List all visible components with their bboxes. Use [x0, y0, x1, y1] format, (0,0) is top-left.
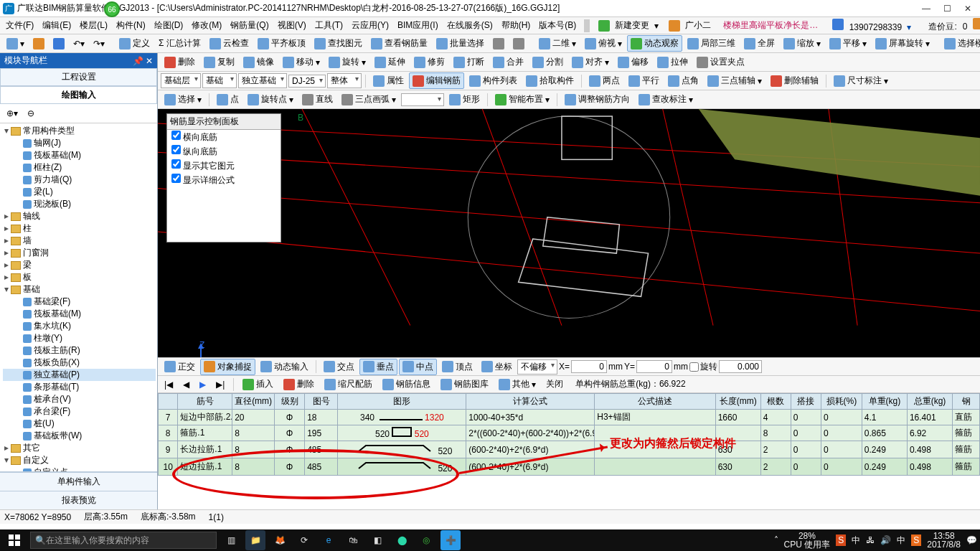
- new-change-button[interactable]: 新建变更▾: [595, 16, 662, 35]
- view-rebar-qty-button[interactable]: 查看钢筋量: [367, 35, 431, 52]
- adjust-rebar-dir-button[interactable]: 调整钢筋方向: [561, 91, 633, 108]
- tray-cpu[interactable]: 28%CPU 使用率: [784, 532, 831, 549]
- tab-project-settings[interactable]: 工程设置: [0, 68, 157, 86]
- point-angle-button[interactable]: 点角: [664, 72, 702, 89]
- collapse-icon[interactable]: ⊖: [24, 106, 38, 121]
- chk-show-formula[interactable]: 显示详细公式: [167, 173, 281, 187]
- fullscreen-button[interactable]: 全屏: [740, 35, 778, 52]
- pin-icon[interactable]: 📌 ✕: [133, 56, 153, 66]
- flush-top-button[interactable]: 平齐板顶: [254, 35, 309, 52]
- object-snap-toggle[interactable]: 对象捕捉: [200, 359, 255, 375]
- split-button[interactable]: 分割: [529, 54, 567, 70]
- menu-floor[interactable]: 楼层(L): [77, 18, 110, 33]
- menu-bim[interactable]: BIM应用(I): [395, 18, 441, 33]
- screen-rotate-button[interactable]: 屏幕旋转▾: [872, 35, 933, 52]
- offset-button[interactable]: 偏移: [614, 54, 652, 70]
- style-combo[interactable]: [401, 93, 444, 106]
- undo-icon[interactable]: ↶▾: [70, 37, 88, 51]
- redo-icon[interactable]: ↷▾: [90, 37, 108, 51]
- tab-single-input[interactable]: 单构件输入: [0, 472, 157, 491]
- dynamic-input-toggle[interactable]: 动态输入: [257, 359, 312, 375]
- user-button[interactable]: 广小二: [665, 16, 717, 35]
- define-button[interactable]: 定义: [116, 35, 154, 52]
- snap-coord[interactable]: 坐标: [478, 359, 516, 375]
- mirror-button[interactable]: 镜像: [240, 54, 278, 70]
- menu-draw[interactable]: 绘图(D): [151, 18, 187, 33]
- y-input[interactable]: [636, 360, 672, 373]
- type-combo[interactable]: 独立基础: [238, 73, 287, 88]
- floor-combo[interactable]: 基础层: [161, 73, 201, 88]
- windows-taskbar[interactable]: 🔍 在这里输入你要搜索的内容 ▥ 📁 🦊 ⟳ e 🛍 ◧ ⬤ ◎ ➕ ˄ 28%…: [0, 529, 980, 551]
- extra1-icon[interactable]: [489, 36, 508, 52]
- select-tool[interactable]: 选择▾: [161, 91, 205, 108]
- delete-button[interactable]: 删除: [161, 54, 199, 70]
- three-point-aux-button[interactable]: 三点辅轴▾: [704, 72, 765, 89]
- taskbar-store-icon[interactable]: 🛍: [343, 530, 363, 550]
- menu-cloud[interactable]: 云应用(Y): [349, 18, 392, 33]
- select-floor-button[interactable]: 选择楼层: [941, 35, 980, 52]
- two-point-button[interactable]: 两点: [585, 72, 623, 89]
- maximize-icon[interactable]: ☐: [943, 4, 951, 14]
- menu-version[interactable]: 版本号(B): [536, 18, 579, 33]
- delete-aux-button[interactable]: 删除辅轴: [767, 72, 822, 89]
- grip-button[interactable]: 设置夹点: [693, 54, 748, 70]
- taskbar-edge-icon[interactable]: e: [319, 530, 339, 550]
- parallel-button[interactable]: 平行: [625, 72, 663, 89]
- table-insert-button[interactable]: 插入: [239, 376, 277, 392]
- component-list-button[interactable]: 构件列表: [466, 72, 521, 89]
- table-delete-button[interactable]: 删除: [280, 376, 318, 392]
- tray-sogou-icon[interactable]: S: [911, 534, 921, 546]
- edit-mark-button[interactable]: 查改标注▾: [635, 91, 697, 108]
- menu-edit[interactable]: 编辑(E): [39, 18, 74, 33]
- menu-file[interactable]: 文件(F): [3, 18, 37, 33]
- open-icon[interactable]: [29, 36, 48, 52]
- x-input[interactable]: [571, 360, 607, 373]
- tray-expand-icon[interactable]: ˄: [774, 535, 778, 545]
- taskbar-app-6[interactable]: ◎: [416, 530, 436, 550]
- rotate-button[interactable]: 旋转▾: [325, 54, 369, 70]
- taskbar-app-2[interactable]: 🦊: [270, 530, 290, 550]
- tray-notifications-icon[interactable]: 💬: [966, 535, 977, 545]
- chk-horiz-bottom[interactable]: 横向底筋: [167, 130, 281, 144]
- taskbar-app-5[interactable]: ⬤: [392, 530, 412, 550]
- trim-button[interactable]: 修剪: [410, 54, 448, 70]
- taskbar-search[interactable]: 🔍 在这里输入你要搜索的内容: [30, 532, 217, 549]
- rebar-display-panel[interactable]: 钢筋显示控制面板 横向底筋 纵向底筋 显示其它图元 显示详细公式: [166, 113, 281, 242]
- tray-ime-label[interactable]: 中: [852, 534, 860, 547]
- snap-cross[interactable]: 交点: [320, 359, 358, 375]
- minimize-icon[interactable]: —: [922, 4, 930, 14]
- ortho-toggle[interactable]: 正交: [161, 359, 199, 375]
- local3d-button[interactable]: 局部三维: [684, 35, 739, 52]
- rotate-input[interactable]: [719, 360, 762, 373]
- menu-online[interactable]: 在线服务(S): [444, 18, 496, 33]
- break-button[interactable]: 打断: [450, 54, 488, 70]
- rebar-info-button[interactable]: 钢筋信息: [379, 376, 434, 392]
- line-tool[interactable]: 直线: [298, 91, 336, 108]
- rotate-checkbox[interactable]: [689, 362, 699, 372]
- chk-vert-bottom[interactable]: 纵向底筋: [167, 144, 281, 159]
- tray-volume-icon[interactable]: 🔊: [880, 535, 891, 545]
- scale-rebar-button[interactable]: 缩尺配筋: [321, 376, 376, 392]
- chk-show-other[interactable]: 显示其它图元: [167, 159, 281, 173]
- tray-ime-icon[interactable]: S: [836, 534, 846, 546]
- tray-clock[interactable]: 13:582017/8/8: [927, 532, 961, 549]
- pan-button[interactable]: 平移▾: [826, 35, 870, 52]
- expand-icon[interactable]: ⊕▾: [3, 106, 22, 121]
- tab-draw-input[interactable]: 绘图输入: [0, 86, 157, 104]
- find-element-button[interactable]: 查找图元: [311, 35, 366, 52]
- extra2-icon[interactable]: [509, 36, 528, 52]
- snap-apex[interactable]: 顶点: [438, 359, 476, 375]
- snap-mid[interactable]: 中点: [399, 359, 437, 375]
- notification-badge[interactable]: 66: [104, 1, 120, 17]
- offset-combo[interactable]: 不偏移: [517, 359, 557, 375]
- edit-rebar-button[interactable]: 编辑钢筋: [409, 72, 464, 89]
- nav-prev-icon[interactable]: ◀: [179, 377, 193, 392]
- category-combo[interactable]: 基础: [202, 73, 237, 88]
- sum-button[interactable]: Σ 汇总计算: [155, 35, 204, 52]
- move-button[interactable]: 移动▾: [279, 54, 324, 70]
- align-button[interactable]: 对齐▾: [568, 54, 613, 70]
- menu-component[interactable]: 构件(N): [113, 18, 149, 33]
- menu-view[interactable]: 视图(V): [275, 18, 309, 33]
- tab-report-preview[interactable]: 报表预览: [0, 491, 157, 509]
- task-view-icon[interactable]: ▥: [221, 530, 241, 550]
